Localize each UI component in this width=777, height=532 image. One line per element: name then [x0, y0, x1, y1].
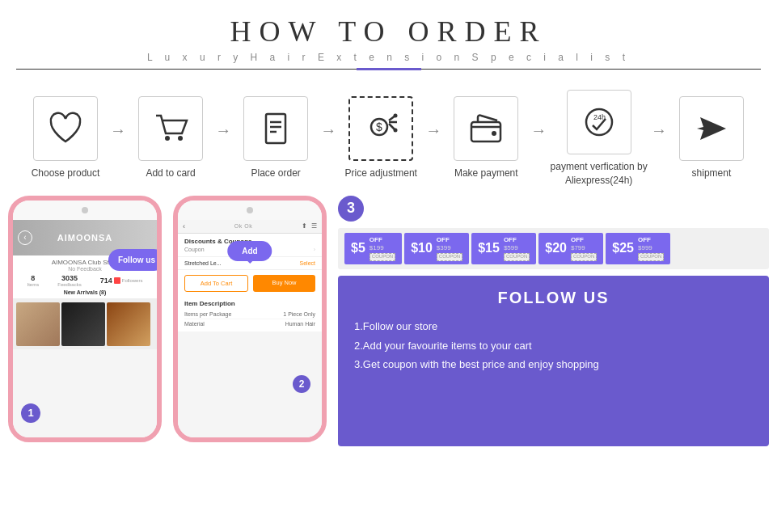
coupon-item: $5 OFF $199 COUPON [344, 233, 402, 265]
arrow-4: → [425, 121, 441, 140]
svg-point-0 [165, 136, 170, 141]
phone2-buy-now[interactable]: Buy Now [253, 275, 315, 292]
step-icon-document [243, 96, 308, 161]
divider-accent [357, 68, 421, 70]
add-bubble: Add [227, 241, 272, 261]
phone2-camera [247, 207, 253, 213]
bottom-section: ‹ AIMOONSA AIMOONSA Club Store No Feedba… [0, 196, 777, 446]
phone1-product-1 [16, 302, 60, 346]
phone2-coupon-label: Coupon [184, 247, 205, 252]
step-payment-verification: 24h payment verfication by Aliexpress(24… [550, 90, 648, 188]
svg-point-1 [178, 136, 183, 141]
arrow-3: → [320, 121, 336, 140]
arrow-1: → [110, 121, 126, 140]
step3-circle: 3 [338, 196, 364, 222]
step-make-payment: Make payment [445, 96, 527, 180]
phone1-camera [82, 207, 88, 213]
svg-point-10 [394, 114, 398, 118]
phone2-add-to-cart[interactable]: Add To Cart [184, 275, 248, 292]
phone1-badge: 1 [21, 403, 40, 423]
page-title: HOW TO ORDER [0, 15, 777, 49]
follow-us-item: 2.Add your favourite items to your cart [354, 336, 753, 355]
arrow-5: → [530, 121, 547, 140]
coupon-item: $25 OFF $999 COUPON [606, 233, 670, 265]
step-label-choose-product: Choose product [32, 167, 100, 180]
arrow-6: → [651, 121, 667, 140]
page-header: HOW TO ORDER L u x u r y H a i r E x t e… [0, 0, 777, 75]
follow-bubble: Follow us [108, 249, 162, 271]
phone1-product-2 [61, 302, 105, 346]
arrow-2: → [215, 121, 231, 140]
phone-mockup-2: ‹ Ok Ok ⬆ ☰ Discounts & Coupons Coupon ›… [173, 196, 327, 442]
step-label-shipment: shipment [692, 167, 732, 180]
phone2-top-bar [178, 201, 322, 220]
phone-mockup-1: ‹ AIMOONSA AIMOONSA Club Store No Feedba… [8, 196, 162, 442]
step3-badge: 3 [338, 196, 769, 222]
phone1-top-bar [13, 201, 157, 220]
step-icon-clock-check: 24h [567, 90, 631, 154]
svg-point-11 [394, 129, 398, 133]
follow-us-list: 1.Follow our store2.Add your favourite i… [354, 317, 753, 374]
coupon-item: $10 OFF $399 COUPON [404, 233, 469, 265]
follow-us-item: 1.Follow our store [354, 317, 753, 336]
steps-row: Choose product → Add to card → Place ord… [0, 75, 777, 196]
step-icon-wallet [454, 96, 518, 161]
step-label-make-payment: Make payment [454, 167, 518, 180]
step-price-adjustment: $ Price adjustment [340, 96, 422, 180]
phone2-item-desc-title: Item Description [184, 300, 315, 307]
phone1-brand: AIMOONSA [57, 233, 113, 243]
phone2-stretched: Stretched Le... [184, 260, 222, 266]
step-icon-cart [138, 96, 203, 161]
step-label-payment-verification: payment verfication by Aliexpress(24h) [550, 160, 648, 188]
phone2-select: Select [300, 260, 315, 266]
step-icon-price-tag: $ [348, 96, 413, 161]
divider-right [421, 69, 762, 70]
follow-us-title: FOLLOW US [354, 289, 753, 307]
step-add-to-card: Add to card [129, 96, 212, 180]
page-subtitle: L u x u r y H a i r E x t e n s i o n S … [0, 52, 777, 63]
step-label-price-adjustment: Price adjustment [345, 167, 417, 180]
step-label-place-order: Place order [251, 167, 300, 180]
step-label-add-to-card: Add to card [146, 167, 195, 180]
divider-left [16, 69, 357, 70]
phone1-product-3 [107, 302, 150, 346]
follow-us-box: FOLLOW US 1.Follow our store2.Add your f… [338, 276, 769, 445]
coupon-strip: $5 OFF $199 COUPON $10 OFF $399 COUPON $… [338, 228, 769, 270]
header-divider [16, 68, 761, 70]
svg-text:$: $ [376, 120, 382, 133]
phone1-new-arrivals: New Arrivals (8) [18, 289, 152, 295]
step-icon-heart [33, 96, 98, 161]
step-place-order: Place order [234, 96, 317, 180]
step-icon-plane [679, 96, 744, 161]
phone2-badge: 2 [293, 375, 310, 393]
svg-rect-13 [471, 122, 500, 141]
right-panel: 3 $5 OFF $199 COUPON $10 OFF $399 COUPON… [338, 196, 769, 446]
follow-us-item: 3.Get coupon with the best price and enj… [354, 355, 753, 374]
coupon-item: $15 OFF $599 COUPON [471, 233, 536, 265]
step-shipment: shipment [670, 96, 753, 180]
svg-rect-2 [266, 114, 285, 143]
svg-point-14 [492, 131, 496, 136]
coupon-item: $20 OFF $799 COUPON [538, 233, 603, 265]
step-choose-product: Choose product [24, 96, 107, 180]
